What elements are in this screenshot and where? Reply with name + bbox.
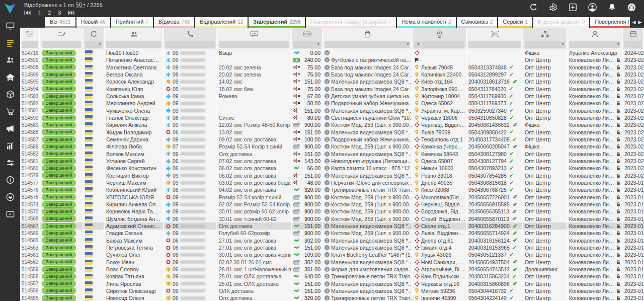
table-row[interactable]: 514558ЗавершенийКовпак Татьяна0925.01 см… xyxy=(20,273,644,280)
column-header-customer[interactable] xyxy=(105,28,164,40)
table-row[interactable]: 514574ЗавершенийКирилич Анжела Ол…0902.0… xyxy=(20,201,644,208)
filter-tracking[interactable] xyxy=(468,41,521,48)
sidebar-item-orders[interactable] xyxy=(0,34,20,51)
sidebar-item-purchases[interactable] xyxy=(0,103,20,120)
tab-1[interactable]: Новый46 xyxy=(76,17,110,28)
sidebar-item-statistics[interactable] xyxy=(0,137,20,154)
first-page-button[interactable] xyxy=(24,10,31,16)
table-row[interactable]: 514559ЗавершенийВлас Слотюу0626.01 смс 1… xyxy=(20,266,644,273)
table-row[interactable]: 514557ЗавершенийЛила Ярослав0925.01 смс … xyxy=(20,280,644,287)
column-header-comment[interactable] xyxy=(217,28,292,40)
table-row[interactable]: 514556ЗавершенийСиротюк Олександр09ОЛХ д… xyxy=(20,287,644,294)
settings-icon[interactable] xyxy=(549,3,557,12)
page-number-2[interactable]: 2 xyxy=(48,10,51,16)
sidebar-item-settings[interactable] xyxy=(0,154,20,171)
page-number-3[interactable]: 3 xyxy=(58,10,61,16)
table-row[interactable]: 514586ЗавершенийФіліпова Люба07Розмір 52… xyxy=(20,143,644,150)
table-row[interactable]: 514561ЗавершенийСучилов Олег0630.01 смс … xyxy=(20,251,644,258)
sidebar-item-marketing[interactable] xyxy=(0,120,20,137)
sidebar-item-warehouse[interactable] xyxy=(0,68,20,86)
table-row[interactable]: 514599ЗавершенийПотапенко Анастас…09240.… xyxy=(20,56,644,63)
filter-products[interactable] xyxy=(325,41,410,48)
sidebar-item-info[interactable] xyxy=(0,171,20,188)
table-row[interactable]: 514587ЗавершенийСеменюк Дарина0909.02 см… xyxy=(20,136,644,143)
tab-10[interactable]: В дорозі додому0 xyxy=(533,17,589,28)
table-row[interactable]: 514555ЗавершенийНовосад Олеся06Олх доста… xyxy=(20,294,644,301)
per-page-select[interactable]: 50▾ xyxy=(76,2,85,8)
table-row[interactable]: 514580ЗавершенийФесенко Константин0606.0… xyxy=(20,165,644,172)
table-row[interactable]: 514595ЗавершенийКолосок Александр0914.02… xyxy=(20,78,644,85)
table-row[interactable]: 514582ЗавершенийВолков Максим09Олх доста… xyxy=(20,150,644,158)
filter-status[interactable] xyxy=(42,41,81,48)
tab-3[interactable]: Відмова763 xyxy=(154,17,194,28)
tab-6[interactable]: Повернення товару (в дорозі)0 xyxy=(306,17,396,28)
table-row[interactable]: 514716ЗавершенийНов10 Нов1009Выцв0.000Фі… xyxy=(20,49,644,56)
column-header-manager[interactable] xyxy=(568,28,623,40)
table-row[interactable]: 514592ЗавершенийМерклингер Андрей09o|=50… xyxy=(20,100,644,107)
app-logo-icon[interactable] xyxy=(0,0,20,17)
table-row[interactable]: 514566ЗавершенийГладик Оксана09Голубий 6… xyxy=(20,230,644,237)
filter-manager[interactable] xyxy=(569,41,620,48)
tab-scroll-left-icon[interactable]: ◀ xyxy=(632,20,636,25)
column-header-id[interactable]: ID xyxy=(20,28,40,40)
filter-fulfillment[interactable] xyxy=(525,41,565,48)
tab-0[interactable]: Всі4521 xyxy=(45,17,75,28)
column-header-fulfillment[interactable] xyxy=(523,28,568,40)
sidebar-item-partners[interactable] xyxy=(0,188,20,205)
filter-payment[interactable] xyxy=(293,41,320,48)
tab-4[interactable]: Відправлений12 xyxy=(195,17,248,28)
tab-7[interactable]: Нема в наявності2 xyxy=(397,17,455,28)
table-row[interactable]: 514568ЗавершенийШумляс Богдана Ан…0630.0… xyxy=(20,215,644,222)
table-row[interactable]: 514560ЗавершенийБокоч Иван0902.02 30.01 … xyxy=(20,259,644,266)
account-icon[interactable] xyxy=(588,3,597,12)
refresh-icon[interactable] xyxy=(529,3,538,12)
last-page-button[interactable] xyxy=(68,10,74,16)
column-header-products[interactable] xyxy=(323,28,413,40)
tab-5[interactable]: Завершений2256 xyxy=(249,17,305,28)
table-row[interactable]: 514598ЗавершенийМалютина Светлана0920.02… xyxy=(20,64,644,71)
filter-delivery-1[interactable] xyxy=(422,41,464,48)
table-row[interactable]: 514579ЗавершенийКостишин Виктор0906.02 с… xyxy=(20,172,644,179)
table-row[interactable]: 514594ЗавершенийКомпанец Юля0518.02 смс … xyxy=(20,86,644,93)
tab-scroll-right-icon[interactable]: ▶ xyxy=(638,20,642,25)
table-row[interactable]: 514567ЗавершенийАдамовский Станис…06Олх … xyxy=(20,222,644,230)
sidebar-item-customers[interactable] xyxy=(0,51,20,68)
table-row[interactable]: 514570ЗавершенийКорнелюк Надія Та…0930.0… xyxy=(20,208,644,215)
tab-8[interactable]: Самовивіз2 xyxy=(457,17,498,28)
table-row[interactable]: 514581ЗавершенийУстинов Сергей0607.02 см… xyxy=(20,158,644,165)
table-row[interactable]: 514563ЗавершенийПетровська Тетяна0627.01… xyxy=(20,244,644,251)
column-header-source[interactable] xyxy=(84,28,105,40)
filter-date[interactable] xyxy=(624,41,641,48)
filter-customer[interactable] xyxy=(106,41,162,48)
table-row[interactable]: 514590ЗавершенийГнатюк Олексндр06Синиеo|… xyxy=(20,114,644,121)
column-header-status[interactable] xyxy=(40,28,84,40)
table-row[interactable]: 514588ЗавершенийЖидак Володимир0613.02 с… xyxy=(20,129,644,136)
sidebar-item-dashboard[interactable] xyxy=(0,17,20,34)
column-header-date[interactable] xyxy=(623,28,644,40)
tab-9[interactable]: Сервіси1 xyxy=(498,17,532,28)
table-row[interactable]: 514575ЗавершенийКВІТОВСЬКА ЮЛІЯ09Розмір … xyxy=(20,194,644,201)
page-number-1[interactable]: 1 xyxy=(38,10,41,16)
support-icon[interactable] xyxy=(627,3,636,12)
table-row[interactable]: 514596ЗавершенийВегера Оксана0920.02 смс… xyxy=(20,71,644,78)
filter-id[interactable] xyxy=(22,41,38,48)
filter-source[interactable] xyxy=(85,41,102,48)
filter-delivery-0[interactable] xyxy=(414,41,421,48)
sidebar-item-tutorials[interactable] xyxy=(0,205,20,222)
column-header-delivery[interactable] xyxy=(413,28,467,40)
table-row[interactable]: 514577ЗавершенийЧерниш Максим0903.02 смс… xyxy=(20,179,644,186)
table-row[interactable]: 514589ЗавершенийКирилич Анжела0912.02 см… xyxy=(20,121,644,128)
add-box-icon[interactable] xyxy=(569,3,577,12)
table-row[interactable]: 514565ЗавершенийБаюка Максим0627.01 смс … xyxy=(20,237,644,244)
column-header-payment[interactable] xyxy=(292,28,323,40)
tab-2[interactable]: Прийнятий7 xyxy=(111,17,153,28)
table-row[interactable]: 514591ЗавершенийЧумаченко Олена09o|=151.… xyxy=(20,107,644,114)
table-row[interactable]: 514593ЗавершенийСольська Ірина09Рожеваo|… xyxy=(20,93,644,100)
filter-phone[interactable] xyxy=(166,41,215,48)
column-header-phone[interactable] xyxy=(164,28,217,40)
table-row[interactable]: 514576ЗавершенийКобилинський Юрий0604.02… xyxy=(20,186,644,193)
notifications-icon[interactable] xyxy=(608,3,616,12)
column-header-tracking[interactable] xyxy=(467,28,523,40)
filter-comment[interactable] xyxy=(219,41,289,48)
sidebar-item-products[interactable] xyxy=(0,86,20,103)
